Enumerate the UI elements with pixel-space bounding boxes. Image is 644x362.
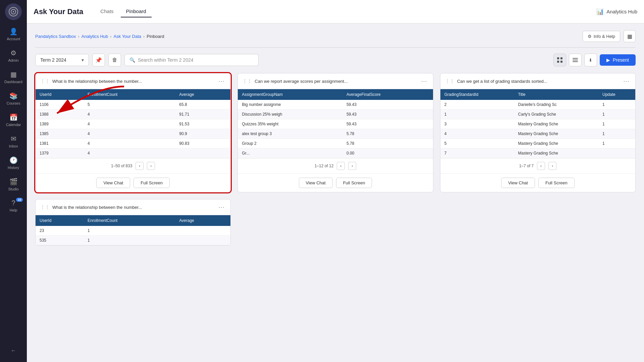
data-table-bottom-1: UserId EnrollmentCount Average 231 5351 [36, 215, 230, 245]
bottom-card-1-menu[interactable]: ⋯ [217, 203, 226, 211]
tab-pinboard[interactable]: Pinboard [121, 6, 152, 17]
full-screen-button-2[interactable]: Full Screen [336, 178, 372, 188]
info-help-label: Info & Help [594, 34, 615, 39]
col-update: Update [598, 89, 635, 100]
sidebar-item-courses[interactable]: 📚 Courses [0, 88, 27, 109]
topnav: Ask Your Data Chats Pinboard 📊 Analytics… [27, 0, 644, 23]
grid-view-icon-button[interactable]: ▦ [624, 30, 636, 42]
sidebar-item-label: Studio [8, 187, 18, 191]
bottom-card-1-title: What is the relationship between the num… [52, 205, 214, 210]
sidebar-item-account[interactable]: 👤 Account [0, 23, 27, 45]
breadcrumb-ask-your-data[interactable]: Ask Your Data [114, 34, 141, 39]
sidebar-item-studio[interactable]: 🎬 Studio [0, 174, 27, 195]
sidebar-item-history[interactable]: 🕐 History [0, 152, 27, 174]
sidebar-item-help[interactable]: 10 ? Help [0, 195, 27, 216]
present-button[interactable]: ▶ Present [600, 54, 636, 66]
table-row: 1Carly's Grading Sche1 [440, 110, 635, 119]
breadcrumb-analytics-hub[interactable]: Analytics Hub [82, 34, 108, 39]
search-icon: 🔍 [129, 57, 135, 63]
svg-rect-6 [560, 61, 562, 63]
account-icon: 👤 [9, 27, 18, 36]
sidebar-item-inbox[interactable]: ✉ Inbox [0, 131, 27, 152]
table-row: 1381490.83 [36, 139, 230, 148]
download-button[interactable]: ⬇ [584, 54, 597, 66]
table-row: Group 25.78 [238, 139, 433, 148]
next-page-button[interactable]: › [548, 162, 556, 170]
sidebar-item-admin[interactable]: ⚙ Admin [0, 45, 27, 66]
view-chat-button-3[interactable]: View Chat [501, 178, 535, 188]
search-placeholder: Search within Term 2 2024 [138, 57, 194, 63]
breadcrumb-divider [35, 47, 636, 48]
col-userid: UserId [36, 215, 84, 226]
card-1: ⋮⋮ What is the relationship between the … [35, 73, 231, 192]
sidebar-item-calendar[interactable]: 📅 Calendar [0, 109, 27, 131]
breadcrumb-sep-3: › [143, 34, 145, 39]
sidebar-collapse-button[interactable]: ← [0, 343, 27, 359]
drag-handle-icon[interactable]: ⋮⋮ [40, 204, 50, 210]
present-label: Present [613, 57, 629, 63]
table-row: 5Mastery Grading Sche1 [440, 139, 635, 148]
table-row: 1385490.9 [36, 129, 230, 139]
svg-rect-3 [557, 57, 559, 59]
card-2-actions: View Chat Full Screen [238, 173, 433, 192]
help-icon: ? [11, 199, 15, 207]
card-1-menu[interactable]: ⋯ [217, 77, 226, 85]
sidebar-item-label: Dashboard [4, 80, 22, 84]
grid-view-button[interactable] [553, 54, 566, 66]
term-label: Term 2 2024 [40, 57, 66, 63]
delete-button[interactable]: 🗑 [108, 54, 121, 66]
trash-icon: 🗑 [112, 57, 117, 63]
next-page-button[interactable]: › [348, 162, 356, 170]
list-view-button[interactable] [569, 54, 582, 66]
sidebar-item-label: Calendar [6, 123, 21, 127]
table-row: 231 [36, 226, 230, 236]
sidebar-item-dashboard[interactable]: ▦ Dashboard [0, 66, 27, 88]
card-3-menu[interactable]: ⋯ [622, 77, 631, 85]
info-help-button[interactable]: ⚙ Info & Help [583, 31, 620, 42]
prev-page-button[interactable]: ‹ [337, 162, 345, 170]
breadcrumb-sep-2: › [110, 34, 111, 39]
drag-handle-icon[interactable]: ⋮⋮ [40, 78, 50, 84]
analytics-hub-icon: 📊 [596, 8, 604, 15]
card-1-header: ⋮⋮ What is the relationship between the … [36, 73, 230, 89]
sidebar-logo[interactable] [5, 3, 22, 20]
bottom-cards: ⋮⋮ What is the relationship between the … [35, 199, 636, 246]
card-1-pagination: 1–50 of 833 ‹ › [36, 158, 230, 173]
svg-rect-8 [573, 60, 578, 60]
drag-handle-icon[interactable]: ⋮⋮ [445, 78, 454, 84]
pagination-text: 1–7 of 7 [519, 164, 534, 168]
card-2-menu[interactable]: ⋯ [420, 77, 428, 85]
view-chat-button-2[interactable]: View Chat [299, 178, 333, 188]
svg-rect-4 [560, 57, 562, 59]
full-screen-button-3[interactable]: Full Screen [538, 178, 575, 188]
analytics-hub-label[interactable]: Analytics Hub [606, 9, 637, 14]
search-box[interactable]: 🔍 Search within Term 2 2024 [124, 54, 259, 66]
col-title: Title [514, 89, 598, 100]
page-title: Ask Your Data [34, 7, 83, 16]
pin-button[interactable]: 📌 [92, 54, 105, 66]
bottom-card-1-header: ⋮⋮ What is the relationship between the … [36, 199, 230, 215]
card-3-title: Can we get a list of grading standards s… [457, 79, 619, 84]
content-area: Pandalytics Sandbox › Analytics Hub › As… [27, 23, 644, 362]
view-chat-button-1[interactable]: View Chat [96, 178, 130, 188]
drag-handle-icon[interactable]: ⋮⋮ [243, 78, 252, 84]
term-dropdown[interactable]: Term 2 2024 ▾ [35, 54, 89, 66]
sidebar-item-label: Inbox [9, 144, 18, 148]
prev-page-button[interactable]: ‹ [136, 162, 144, 170]
sidebar-item-label: Courses [7, 101, 20, 105]
table-row: 5351 [36, 236, 230, 245]
next-page-button[interactable]: › [147, 162, 155, 170]
prev-page-button[interactable]: ‹ [537, 162, 545, 170]
tab-chats[interactable]: Chats [95, 6, 119, 17]
table-row: Quizzes 35% weight59.43 [238, 119, 433, 129]
data-table-2: AssignmentGroupNam AverageFinalScore Big… [238, 89, 433, 158]
col-enrollment: EnrollmentCount [84, 215, 175, 226]
breadcrumb-pandalytics[interactable]: Pandalytics Sandbox [35, 34, 76, 39]
breadcrumb-actions: ⚙ Info & Help ▦ [583, 30, 636, 42]
full-screen-button-1[interactable]: Full Screen [133, 178, 170, 188]
col-enrollment: EnrollmentCount [84, 89, 175, 100]
help-badge: 10 [16, 198, 23, 202]
topnav-right: 📊 Analytics Hub [596, 8, 637, 15]
collapse-icon: ← [11, 348, 16, 354]
card-2-table: AssignmentGroupNam AverageFinalScore Big… [238, 89, 433, 158]
